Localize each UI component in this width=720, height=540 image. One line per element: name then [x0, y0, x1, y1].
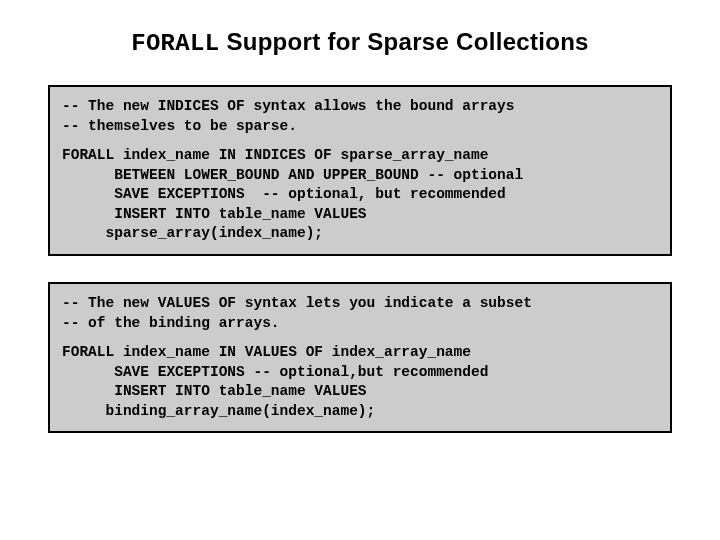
title-rest: Support for Sparse Collections — [219, 28, 588, 55]
title-code-word: FORALL — [131, 30, 219, 57]
code-text: FORALL index_name IN INDICES OF sparse_a… — [62, 146, 658, 244]
page-title: FORALL Support for Sparse Collections — [48, 28, 672, 57]
comment-text: -- The new INDICES OF syntax allows the … — [62, 97, 658, 136]
code-box-values-of: -- The new VALUES OF syntax lets you ind… — [48, 282, 672, 433]
comment-text: -- The new VALUES OF syntax lets you ind… — [62, 294, 658, 333]
code-box-indices-of: -- The new INDICES OF syntax allows the … — [48, 85, 672, 256]
code-text: FORALL index_name IN VALUES OF index_arr… — [62, 343, 658, 421]
